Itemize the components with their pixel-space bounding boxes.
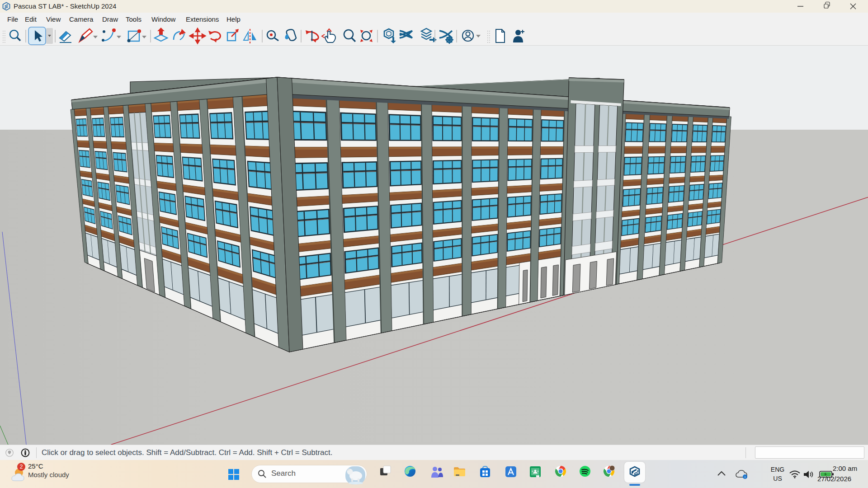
svg-text:i: i xyxy=(745,475,745,479)
svg-text:2: 2 xyxy=(20,464,23,470)
